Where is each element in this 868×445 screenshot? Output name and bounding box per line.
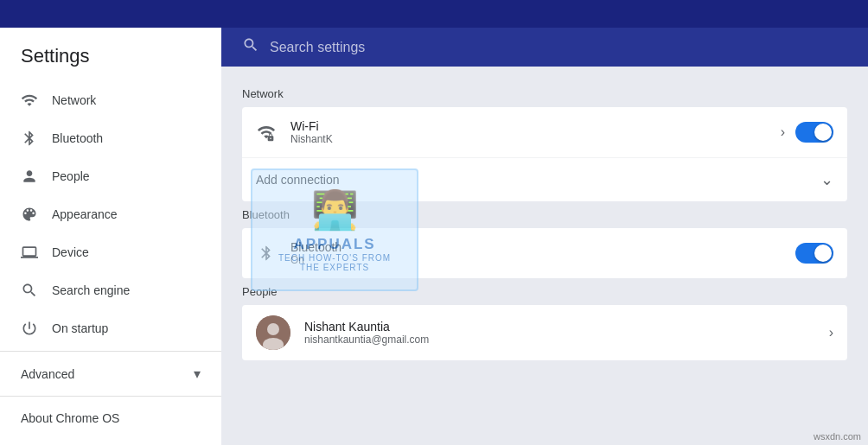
palette-icon	[21, 206, 38, 223]
search-bar	[221, 28, 868, 67]
search-input[interactable]	[270, 40, 847, 55]
sidebar-divider	[0, 351, 221, 352]
network-section-title: Network	[242, 87, 847, 100]
network-card: Wi-Fi NishantK › Add connection ⌄	[242, 107, 847, 201]
top-bar	[0, 0, 868, 28]
wifi-subtitle: NishantK	[290, 133, 767, 145]
wifi-icon	[21, 92, 38, 109]
bluetooth-actions	[795, 243, 833, 264]
wifi-row-icon	[256, 122, 277, 143]
bluetooth-card: Bluetooth On	[242, 228, 847, 278]
sidebar-item-about[interactable]: About Chrome OS	[0, 400, 221, 436]
people-name: Nishant Kauntia	[304, 320, 815, 334]
svg-point-1	[267, 323, 279, 335]
bluetooth-section-title: Bluetooth	[242, 208, 847, 221]
add-connection-label: Add connection	[256, 173, 814, 187]
bluetooth-toggle[interactable]	[795, 243, 833, 264]
people-card: Nishant Kauntia nishantkauntia@gmail.com…	[242, 305, 847, 360]
main-content: Network Wi-Fi NishantK	[221, 28, 868, 445]
wifi-row[interactable]: Wi-Fi NishantK ›	[242, 107, 847, 158]
sidebar-item-network[interactable]: Network	[0, 81, 221, 119]
sidebar-item-appearance[interactable]: Appearance	[0, 195, 221, 233]
avatar	[256, 315, 290, 350]
add-connection-chevron-icon: ⌄	[820, 170, 833, 189]
bluetooth-row[interactable]: Bluetooth On	[242, 228, 847, 278]
power-icon	[21, 320, 38, 337]
people-section-title: People	[242, 285, 847, 298]
people-chevron-icon: ›	[829, 325, 833, 340]
on-startup-label: On startup	[52, 321, 108, 335]
sidebar-divider-2	[0, 396, 221, 397]
people-text: Nishant Kauntia nishantkauntia@gmail.com	[304, 320, 815, 346]
wifi-actions: ›	[781, 122, 833, 143]
wifi-title: Wi-Fi	[290, 119, 767, 133]
sidebar-item-search-engine[interactable]: Search engine	[0, 271, 221, 309]
sidebar-item-people[interactable]: People	[0, 157, 221, 195]
bottom-watermark: wsxdn.com	[814, 431, 861, 442]
bluetooth-item-title: Bluetooth	[290, 240, 782, 254]
sidebar-item-device[interactable]: Device	[0, 233, 221, 271]
appearance-label: Appearance	[52, 207, 118, 221]
search-bar-icon	[242, 36, 259, 58]
wifi-chevron-icon: ›	[781, 124, 785, 140]
bluetooth-icon	[21, 130, 38, 147]
sidebar-item-advanced[interactable]: Advanced ▾	[0, 355, 221, 392]
bluetooth-label: Bluetooth	[52, 131, 103, 145]
advanced-label: Advanced	[21, 367, 180, 381]
sidebar-item-on-startup[interactable]: On startup	[0, 309, 221, 347]
people-label: People	[52, 169, 90, 183]
sidebar-item-bluetooth[interactable]: Bluetooth	[0, 119, 221, 157]
sidebar-title: Settings	[0, 28, 221, 81]
device-label: Device	[52, 245, 89, 259]
search-icon	[21, 282, 38, 299]
bluetooth-text: Bluetooth On	[290, 240, 782, 266]
person-icon	[21, 168, 38, 185]
wifi-toggle[interactable]	[795, 122, 833, 143]
network-label: Network	[52, 93, 96, 107]
search-engine-label: Search engine	[52, 283, 130, 297]
people-email: nishantkauntia@gmail.com	[304, 334, 815, 346]
about-label: About Chrome OS	[21, 411, 119, 425]
wifi-text: Wi-Fi NishantK	[290, 119, 767, 145]
people-row[interactable]: Nishant Kauntia nishantkauntia@gmail.com…	[242, 305, 847, 360]
add-connection-row[interactable]: Add connection ⌄	[242, 158, 847, 201]
bluetooth-status: On	[290, 254, 782, 266]
laptop-icon	[21, 244, 38, 261]
sidebar: Settings Network Bluetooth	[0, 28, 221, 445]
bluetooth-row-icon	[256, 243, 277, 264]
content-body: Network Wi-Fi NishantK	[221, 67, 868, 381]
chevron-down-icon: ▾	[194, 366, 201, 382]
